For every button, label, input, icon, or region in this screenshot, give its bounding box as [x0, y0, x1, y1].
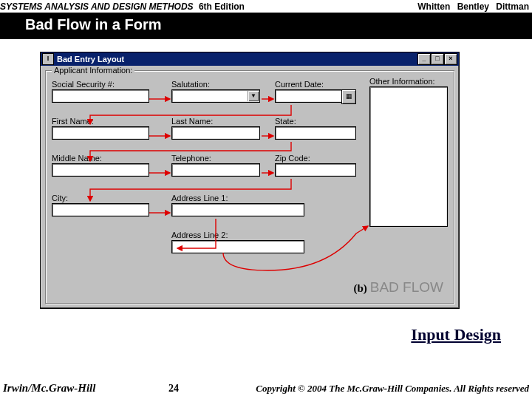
label-salutation: Salutation:	[171, 80, 260, 89]
input-salutation[interactable]: ▼	[171, 89, 260, 103]
input-design-link[interactable]: Input Design	[411, 325, 501, 344]
copyright: Copyright © 2004 The Mc.Graw-Hill Compan…	[256, 383, 529, 395]
field-other-info: Other Information:	[369, 77, 448, 227]
annotation-tag: (b)	[353, 282, 366, 294]
label-ssn: Social Security #:	[52, 80, 149, 89]
groupbox-legend: Applicant Information:	[52, 66, 134, 75]
input-state[interactable]	[275, 126, 356, 140]
field-telephone: Telephone:	[171, 154, 260, 177]
input-zip[interactable]	[275, 163, 356, 177]
book-info: SYSTEMS ANALYSIS AND DESIGN METHODS 6th …	[0, 1, 245, 12]
label-current-date: Current Date:	[275, 80, 356, 89]
maximize-button[interactable]: □	[431, 53, 444, 65]
input-telephone[interactable]	[171, 163, 260, 177]
field-ssn: Social Security #:	[52, 80, 149, 103]
author: Whitten	[417, 1, 450, 12]
chevron-down-icon[interactable]: ▼	[248, 91, 259, 101]
label-telephone: Telephone:	[171, 154, 260, 163]
window-controls: _ □ ×	[417, 53, 459, 65]
page-number: 24	[168, 383, 179, 395]
label-zip: Zip Code:	[275, 154, 356, 163]
annotation-label: BAD FLOW	[370, 279, 443, 295]
slide-title: Bad Flow in a Form	[0, 13, 532, 39]
label-addr2: Address Line 2:	[171, 231, 304, 239]
book-title: SYSTEMS ANALYSIS AND DESIGN METHODS	[0, 1, 194, 12]
input-other-info[interactable]	[369, 86, 448, 227]
field-salutation: Salutation: ▼	[171, 80, 260, 103]
window-icon: I	[42, 53, 54, 65]
window-title: Bad Entry Layout	[57, 55, 124, 64]
close-button[interactable]: ×	[444, 53, 457, 65]
label-addr1: Address Line 1:	[171, 194, 304, 202]
slide: SYSTEMS ANALYSIS AND DESIGN METHODS 6th …	[0, 0, 532, 399]
top-bar: SYSTEMS ANALYSIS AND DESIGN METHODS 6th …	[0, 0, 532, 13]
minimize-button[interactable]: _	[417, 53, 431, 65]
footer: Irwin/Mc.Graw-Hill 24 Copyright © 2004 T…	[0, 382, 532, 395]
label-last-name: Last Name:	[171, 117, 260, 126]
field-middle-name: Middle Name:	[52, 154, 149, 177]
form-window: I Bad Entry Layout _ □ × Applicant Infor…	[40, 52, 460, 309]
input-addr2[interactable]	[171, 240, 304, 253]
input-first-name[interactable]	[52, 126, 149, 140]
calendar-icon[interactable]: ▦	[341, 89, 356, 104]
label-middle-name: Middle Name:	[52, 154, 149, 163]
label-city: City:	[52, 194, 149, 202]
label-first-name: First Name:	[52, 117, 149, 126]
input-city[interactable]	[52, 203, 149, 216]
applicant-groupbox: Applicant Information: Social Security #…	[45, 70, 454, 304]
input-current-date[interactable]: ▦	[275, 89, 356, 103]
field-current-date: Current Date: ▦	[275, 80, 356, 103]
window-titlebar[interactable]: I Bad Entry Layout _ □ ×	[41, 52, 459, 66]
field-addr2: Address Line 2:	[171, 231, 304, 253]
input-middle-name[interactable]	[52, 163, 149, 177]
field-state: State:	[275, 117, 356, 140]
bad-flow-annotation: (b)BAD FLOW	[353, 279, 443, 296]
field-addr1: Address Line 1:	[171, 194, 304, 216]
field-zip: Zip Code:	[275, 154, 356, 177]
publisher: Irwin/Mc.Graw-Hill	[3, 382, 95, 395]
authors: Whitten Bentley Dittman	[413, 1, 529, 12]
author: Dittman	[496, 1, 529, 12]
input-last-name[interactable]	[171, 126, 260, 140]
label-other-info: Other Information:	[369, 77, 448, 86]
field-last-name: Last Name:	[171, 117, 260, 140]
field-first-name: First Name:	[52, 117, 149, 140]
input-ssn[interactable]	[52, 89, 149, 103]
label-state: State:	[275, 117, 356, 126]
author: Bentley	[457, 1, 489, 12]
book-edition: 6th Edition	[199, 1, 245, 12]
field-city: City:	[52, 194, 149, 216]
input-addr1[interactable]	[171, 203, 304, 216]
